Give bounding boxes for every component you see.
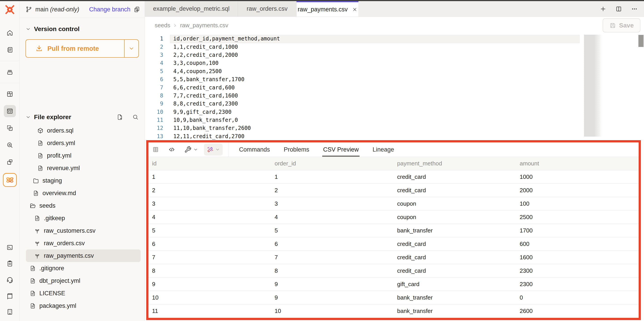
activity-separator <box>0 61 20 61</box>
code-line: 1id,order_id,payment_method,amount <box>145 35 644 43</box>
table-row: 99gift_card2300 <box>148 278 639 291</box>
selection-frame-icon[interactable] <box>4 122 16 134</box>
minimap[interactable] <box>584 35 603 137</box>
change-branch-link[interactable]: Change branch <box>89 6 130 13</box>
activity-bar <box>0 0 20 321</box>
file-item-gitignore[interactable]: .gitignore <box>20 262 145 274</box>
table-row: 44coupon2500 <box>148 210 639 224</box>
file-item-profit-yml[interactable]: profit.yml <box>20 149 145 162</box>
editor-scrollbar-thumb[interactable] <box>638 35 644 47</box>
file-explorer-title: File explorer <box>34 114 71 121</box>
chevron-down-icon <box>128 46 134 52</box>
tab-commands[interactable]: Commands <box>239 142 270 157</box>
file-item-dbt-project-yml[interactable]: dbt_project.yml <box>20 274 145 287</box>
terminal-icon[interactable] <box>4 242 16 254</box>
code-view-icon[interactable] <box>168 146 175 153</box>
home-icon[interactable] <box>4 27 16 39</box>
file-item-license[interactable]: LICENSE <box>20 287 145 300</box>
save-button[interactable]: Save <box>603 18 640 32</box>
build-tools-icon[interactable] <box>184 146 192 153</box>
version-control-header[interactable]: Version control <box>20 26 145 33</box>
split-editor-icon[interactable] <box>616 6 622 12</box>
file-explorer-header[interactable]: File explorer <box>20 114 145 121</box>
file-item-gitkeep[interactable]: .gitkeep <box>20 212 145 224</box>
tab-raw-orders-csv[interactable]: raw_orders.csv <box>238 1 296 16</box>
branch-bar: main (read-only) Change branch <box>20 1 145 18</box>
building-icon[interactable] <box>4 306 16 318</box>
code-line: 87,7,credit_card,1600 <box>145 92 644 100</box>
copy-branch-icon[interactable] <box>134 6 140 13</box>
code-line: 1110,9,bank_transfer,0 <box>145 116 644 124</box>
file-item-revenue-yml[interactable]: revenue.yml <box>20 162 145 174</box>
file-item-orders-sql[interactable]: orders.sql <box>20 124 145 137</box>
column-header-order-id: order_id <box>271 157 394 170</box>
pull-options-caret[interactable] <box>124 40 138 57</box>
code-line: 43,3,coupon,100 <box>145 59 644 67</box>
archive-icon[interactable] <box>4 66 16 78</box>
code-line: 21,1,credit_card,1000 <box>145 43 644 51</box>
file-item-raw-payments-csv[interactable]: raw_payments.csv <box>26 250 141 262</box>
code-line: 1312,11,credit_card,2700 <box>145 132 644 140</box>
seed-icon <box>34 240 40 246</box>
magic-pen-icon <box>206 146 214 153</box>
csv-header-row: id order_id payment_method amount <box>148 157 639 170</box>
tab-bar-actions <box>600 1 644 16</box>
tab-lineage[interactable]: Lineage <box>372 142 394 157</box>
branch-name: main (read-only) <box>35 6 80 13</box>
file-icon <box>37 165 44 172</box>
headset-icon[interactable] <box>4 274 16 286</box>
git-branch-icon <box>26 6 32 13</box>
search-icon[interactable] <box>132 114 139 120</box>
dashboard-icon[interactable] <box>4 88 16 100</box>
file-item-orders-yml[interactable]: orders.yml <box>20 137 145 149</box>
new-file-icon[interactable] <box>116 114 123 120</box>
notebook-icon[interactable] <box>4 44 16 56</box>
file-item-overview-md[interactable]: overview.md <box>20 187 145 200</box>
version-control-title: Version control <box>34 26 80 33</box>
ai-assist-button[interactable] <box>204 144 223 156</box>
sidebar: main (read-only) Change branch Version c… <box>20 1 145 321</box>
tab-example-develop-metric-sql[interactable]: example_develop_metric.sql <box>145 1 238 16</box>
file-item-packages-yml[interactable]: packages.yml <box>20 300 145 312</box>
new-tab-icon[interactable] <box>600 6 606 12</box>
pull-from-remote-button: Pull from remote <box>26 39 139 58</box>
results-table-icon[interactable] <box>152 146 159 153</box>
column-header-payment-method: payment_method <box>394 157 516 170</box>
book-icon[interactable] <box>4 290 16 302</box>
save-label: Save <box>619 22 634 29</box>
folder-item-seeds[interactable]: seeds <box>20 200 145 212</box>
code-editor-icon[interactable] <box>4 105 16 117</box>
table-row: 66credit_card600 <box>148 238 639 251</box>
toolbar-divider <box>228 142 229 157</box>
tab-problems[interactable]: Problems <box>284 142 309 157</box>
folder-icon <box>33 178 39 184</box>
code-line: 32,2,credit_card,2000 <box>145 51 644 59</box>
chevron-down-icon <box>26 26 31 32</box>
search-insights-icon[interactable] <box>4 139 16 151</box>
breadcrumb-file[interactable]: raw_payments.csv <box>180 22 228 29</box>
pull-from-remote-main[interactable]: Pull from remote <box>26 40 124 57</box>
breadcrumb-folder[interactable]: seeds <box>155 22 170 29</box>
chevron-down-icon <box>26 114 31 120</box>
code-editor[interactable]: 1id,order_id,payment_method,amount 21,1,… <box>145 34 644 140</box>
download-icon <box>35 45 43 52</box>
atom-ai-icon[interactable] <box>3 173 17 187</box>
file-item-raw-customers-csv[interactable]: raw_customers.csv <box>20 224 145 237</box>
folder-item-staging[interactable]: staging <box>20 174 145 187</box>
table-row: 22credit_card2000 <box>148 184 639 197</box>
chevron-down-icon[interactable] <box>193 147 198 152</box>
file-item-raw-orders-csv[interactable]: raw_orders.csv <box>20 237 145 250</box>
tab-csv-preview[interactable]: CSV Preview <box>323 142 359 157</box>
close-tab-icon[interactable] <box>352 7 357 12</box>
panel-toolbar: Commands Problems CSV Preview Lineage <box>148 142 639 157</box>
column-header-id: id <box>148 157 271 170</box>
file-icon <box>34 215 40 222</box>
code-line: 76,6,credit_card,600 <box>145 84 644 92</box>
csv-preview-table: id order_id payment_method amount 11cred… <box>148 157 639 318</box>
tab-raw-payments-csv[interactable]: raw_payments.csv <box>296 1 358 16</box>
table-row: 11credit_card1000 <box>148 170 639 184</box>
more-options-icon[interactable] <box>631 6 638 12</box>
clipboard-icon[interactable] <box>4 258 16 270</box>
seed-icon <box>34 228 40 234</box>
multi-window-icon[interactable] <box>4 156 16 168</box>
